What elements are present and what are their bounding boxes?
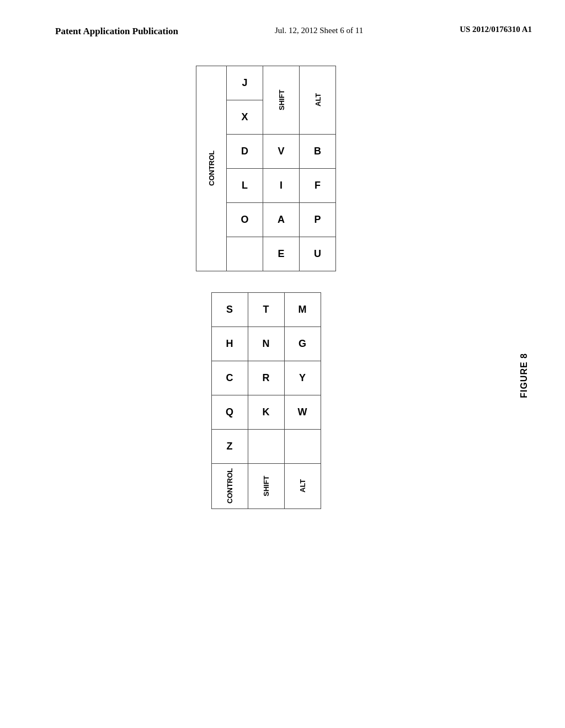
page-content: CONTROL J SHIFT ALT X D V B L I F [0,49,565,509]
top-alt-b: B [300,134,336,168]
top-key-d: D [227,134,263,168]
figure-label: FIGURE 8 [519,353,529,398]
bottom-shift-k: K [248,395,284,429]
bottom-shift-label: SHIFT [248,463,284,508]
bottom-alt-y: Y [284,361,321,395]
top-key-j: J [227,66,263,100]
bottom-key-h: H [211,326,248,361]
top-alt-u: U [300,237,336,271]
publication-title: Patent Application Publication [55,25,178,38]
top-key-empty [227,237,263,271]
bottom-shift-n: N [248,326,284,361]
tables-wrapper: CONTROL J SHIFT ALT X D V B L I F [196,66,336,509]
bottom-shift-empty [248,429,284,463]
bottom-key-table: S T M H N G C R Y Q K W [211,292,321,509]
top-shift-header: SHIFT [263,66,300,134]
bottom-shift-r: R [248,361,284,395]
top-shift-v: V [263,134,300,168]
bottom-key-c: C [211,361,248,395]
top-alt-header: ALT [300,66,336,134]
bottom-alt-empty [284,429,321,463]
bottom-alt-g: G [284,326,321,361]
publication-number: US 2012/0176310 A1 [460,25,532,34]
top-shift-a: A [263,202,300,237]
top-shift-e: E [263,237,300,271]
top-key-o-row: O [227,202,263,237]
top-alt-f: F [300,168,336,202]
bottom-alt-m: M [284,292,321,326]
bottom-key-q: Q [211,395,248,429]
bottom-alt-label: ALT [284,463,321,508]
bottom-control-label: CONTROL [211,463,248,508]
top-alt-p: P [300,202,336,237]
bottom-key-z: Z [211,429,248,463]
page-header: Patent Application Publication Jul. 12, … [0,0,565,49]
bottom-alt-w: W [284,395,321,429]
top-key-x: X [227,100,263,134]
top-shift-i: I [263,168,300,202]
top-control-label: CONTROL [196,66,227,271]
top-key-table: CONTROL J SHIFT ALT X D V B L I F [196,66,336,271]
bottom-shift-t: T [248,292,284,326]
publication-date-sheet: Jul. 12, 2012 Sheet 6 of 11 [275,25,363,35]
top-key-l: L [227,168,263,202]
bottom-key-s: S [211,292,248,326]
